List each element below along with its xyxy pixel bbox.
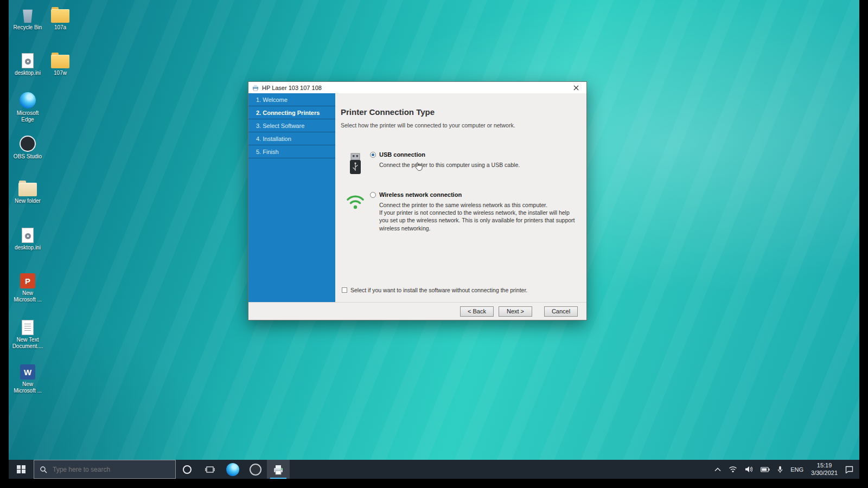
- wizard-step-installation: 4. Installation: [248, 132, 335, 145]
- recycle-bin-icon: [12, 4, 43, 23]
- desktop-icon-label: 107w: [44, 70, 76, 76]
- ini-file-icon: [12, 50, 43, 68]
- usb-connection-option[interactable]: USB connection Connect the printer to th…: [341, 151, 577, 176]
- taskbar-edge-button[interactable]: [221, 460, 244, 479]
- desktop-icon-desktop-ini[interactable]: desktop.ini: [12, 50, 43, 76]
- desktop-icon-label: New Text Document....: [12, 337, 43, 350]
- wireless-option-label[interactable]: Wireless network connection: [379, 191, 462, 198]
- app-icon: [252, 84, 259, 92]
- desktop-icon-label: Microsoft Edge: [12, 110, 43, 123]
- search-icon: [40, 466, 47, 473]
- cancel-button[interactable]: Cancel: [544, 306, 578, 317]
- desktop-icon-label: 107a: [44, 24, 76, 31]
- wireless-connection-option[interactable]: Wireless network connection Connect the …: [341, 191, 577, 232]
- chevron-up-icon: [714, 467, 721, 472]
- search-input[interactable]: [52, 465, 170, 474]
- start-button[interactable]: [9, 460, 34, 479]
- wizard-step-select-software: 3. Select Software: [248, 119, 335, 132]
- close-button[interactable]: [568, 82, 584, 93]
- desktop-icon-label: New Microsoft ...: [12, 290, 43, 303]
- wizard-steps-sidebar: 1. Welcome 2. Connecting Printers 3. Sel…: [248, 93, 335, 302]
- usb-option-label[interactable]: USB connection: [379, 151, 425, 158]
- tray-volume-button[interactable]: [741, 460, 757, 479]
- tray-language-button[interactable]: ENG: [787, 460, 807, 479]
- clock-time: 15:19: [817, 462, 832, 470]
- wizard-step-finish: 5. Finish: [248, 145, 335, 158]
- task-view-icon: [205, 465, 215, 474]
- folder-icon: [44, 4, 76, 23]
- microphone-icon: [777, 466, 783, 473]
- usb-radio[interactable]: [370, 152, 376, 158]
- printer-installer-icon: [272, 464, 284, 476]
- hp-installer-window: HP Laser 103 107 108 1. Welcome 2. Conne…: [248, 81, 587, 320]
- install-without-printer-checkbox[interactable]: [342, 287, 347, 293]
- usb-option-description: Connect the printer to this computer usi…: [379, 161, 520, 169]
- desktop-icon-text-document[interactable]: New Text Document....: [12, 317, 43, 350]
- desktop-icon-edge[interactable]: Microsoft Edge: [12, 90, 43, 123]
- wireless-option-description: Connect the printer to the same wireless…: [379, 201, 577, 232]
- desktop-icon-label: Recycle Bin: [12, 24, 43, 31]
- wifi-icon: [729, 466, 737, 473]
- cortana-button[interactable]: [176, 460, 199, 479]
- clock-date: 3/30/2021: [811, 470, 838, 477]
- taskbar-hp-installer-button[interactable]: [267, 460, 290, 479]
- close-icon: [573, 85, 579, 91]
- folder-icon: [12, 178, 43, 196]
- desktop-icon-word[interactable]: New Microsoft ...: [12, 361, 43, 394]
- text-file-icon: [12, 317, 43, 335]
- window-title: HP Laser 103 107 108: [262, 85, 322, 91]
- wizard-step-welcome: 1. Welcome: [248, 93, 335, 106]
- wireless-radio[interactable]: [370, 192, 376, 198]
- tray-battery-button[interactable]: [757, 460, 774, 479]
- windows-logo-icon: [17, 465, 25, 474]
- install-without-printer-label[interactable]: Select if you want to install the softwa…: [350, 287, 527, 293]
- page-title: Printer Connection Type: [341, 107, 577, 117]
- back-button[interactable]: < Back: [460, 306, 494, 317]
- battery-icon: [761, 467, 770, 472]
- notification-icon: [845, 466, 853, 473]
- wizard-step-connecting-printers: 2. Connecting Printers: [248, 106, 335, 119]
- edge-icon: [12, 90, 43, 108]
- dialog-button-bar: < Back Next > Cancel: [248, 302, 586, 320]
- desktop-icon-label: OBS Studio: [12, 153, 43, 160]
- task-view-button[interactable]: [199, 460, 221, 479]
- tray-clock[interactable]: 15:19 3/30/2021: [807, 460, 841, 479]
- wizard-content: Printer Connection Type Select how the p…: [335, 93, 586, 302]
- word-icon: [12, 361, 43, 380]
- install-without-printer-row[interactable]: Select if you want to install the softwa…: [342, 287, 527, 293]
- speaker-icon: [745, 466, 753, 473]
- wireless-description-line2: If your printer is not connected to the …: [379, 209, 577, 232]
- desktop-icon-107a[interactable]: 107a: [44, 4, 76, 31]
- wifi-icon: [341, 191, 370, 232]
- desktop: Recycle Bin 107a desktop.ini 107w Micros…: [9, 0, 859, 479]
- powerpoint-icon: [12, 270, 43, 288]
- window-titlebar[interactable]: HP Laser 103 107 108: [248, 82, 586, 93]
- wireless-description-line1: Connect the printer to the same wireless…: [379, 201, 577, 209]
- desktop-icon-new-folder[interactable]: New folder: [12, 178, 43, 204]
- system-tray: ENG 15:19 3/30/2021: [711, 460, 859, 479]
- next-button[interactable]: Next >: [499, 306, 532, 317]
- usb-icon: [341, 151, 370, 176]
- edge-icon: [226, 463, 239, 476]
- tray-chevron-button[interactable]: [711, 460, 725, 479]
- taskbar-obs-button[interactable]: [244, 460, 267, 479]
- desktop-icon-powerpoint[interactable]: New Microsoft ...: [12, 270, 43, 303]
- cortana-icon: [183, 465, 192, 474]
- page-subtitle: Select how the printer will be connected…: [341, 122, 577, 129]
- desktop-icon-label: New folder: [12, 198, 43, 204]
- language-label: ENG: [790, 466, 803, 473]
- desktop-icon-107w[interactable]: 107w: [44, 50, 76, 76]
- taskbar: ENG 15:19 3/30/2021: [9, 460, 859, 479]
- desktop-icon-label: desktop.ini: [12, 245, 43, 251]
- desktop-icon-obs[interactable]: OBS Studio: [12, 133, 43, 160]
- folder-icon: [44, 50, 76, 68]
- desktop-icon-recycle-bin[interactable]: Recycle Bin: [12, 4, 43, 31]
- obs-studio-icon: [250, 464, 261, 476]
- tray-network-button[interactable]: [725, 460, 741, 479]
- desktop-icon-label: New Microsoft ...: [12, 381, 43, 394]
- taskbar-search[interactable]: [34, 460, 176, 479]
- desktop-icon-desktop-ini-2[interactable]: desktop.ini: [12, 224, 43, 251]
- tray-mic-button[interactable]: [774, 460, 787, 479]
- action-center-button[interactable]: [841, 460, 857, 479]
- obs-studio-icon: [12, 133, 43, 152]
